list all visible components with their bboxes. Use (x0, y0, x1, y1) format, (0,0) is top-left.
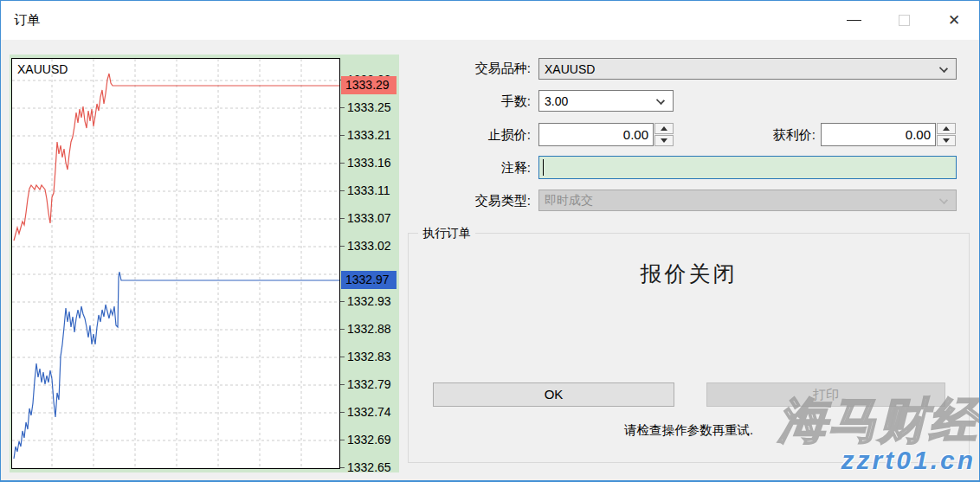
symbol-label: 交易品种: (416, 61, 531, 77)
arrow-up-icon (943, 126, 950, 131)
maximize-button (879, 1, 929, 40)
title-bar: 订单 ✕ (1, 1, 979, 40)
tick-chart: XAUUSD (11, 58, 340, 469)
order-type-select: 即时成交 (538, 190, 957, 211)
price-tick-mark (340, 467, 345, 468)
stoploss-input[interactable]: 0.00 (538, 123, 654, 146)
price-tick-label: 1332.65 (347, 460, 391, 474)
price-tick-label: 1333.21 (347, 128, 391, 142)
symbol-select-value: XAUUSD (545, 62, 595, 76)
price-tick-label: 1332.83 (347, 350, 391, 363)
tick-chart-canvas (12, 59, 339, 468)
price-tick-label: 1332.69 (347, 433, 391, 447)
price-tick-mark (340, 412, 345, 413)
takeprofit-label: 获利价: (701, 127, 816, 144)
text-caret (543, 159, 544, 176)
chevron-down-icon (939, 196, 948, 204)
price-tick-label: 1332.93 (347, 294, 391, 308)
ask-price-badge: 1333.29 (341, 76, 397, 94)
price-tick-label: 1333.07 (347, 211, 391, 225)
price-scale-panel: XAUUSD 1333.331333.251333.211333.161333.… (10, 55, 399, 472)
chart-symbol-label: XAUUSD (17, 62, 68, 76)
minimize-button[interactable] (828, 1, 879, 40)
price-tick-mark (340, 384, 345, 385)
comment-label: 注释: (416, 160, 531, 177)
comment-input[interactable] (538, 156, 957, 179)
watermark-text: 海马财经 (778, 389, 979, 454)
volume-label: 手数: (416, 93, 531, 110)
price-tick-label: 1333.02 (347, 239, 391, 253)
window-title: 订单 (14, 12, 40, 29)
chevron-down-icon (656, 96, 665, 105)
ok-button[interactable]: OK (433, 382, 674, 407)
price-tick-mark (340, 357, 345, 357)
order-dialog-window: 订单 ✕ XAUUSD 1333.331333.251333.211333.16… (0, 0, 980, 482)
price-tick-mark (340, 440, 345, 440)
price-tick-label: 1333.11 (347, 183, 390, 197)
takeprofit-spinner: 0.00 (821, 123, 956, 146)
watermark-url: zzrt01.cn (841, 446, 976, 475)
arrow-down-icon (661, 138, 667, 143)
minimize-icon (847, 20, 861, 21)
price-tick-mark (340, 301, 345, 302)
quotes-closed-message: 报价关闭 (409, 260, 969, 288)
bid-price-badge: 1332.97 (341, 271, 397, 289)
takeprofit-input[interactable]: 0.00 (821, 123, 936, 146)
price-tick-mark (340, 329, 345, 330)
price-tick-mark (340, 246, 345, 247)
price-tick-label: 1332.74 (347, 405, 391, 419)
close-icon: ✕ (948, 13, 960, 28)
order-type-label: 交易类型: (416, 193, 531, 209)
stoploss-decrement-button[interactable] (654, 135, 674, 146)
volume-select-value: 3.00 (545, 94, 568, 108)
arrow-down-icon (943, 138, 950, 143)
symbol-select[interactable]: XAUUSD (538, 58, 957, 80)
price-tick-label: 1332.79 (347, 377, 391, 391)
takeprofit-decrement-button[interactable] (937, 135, 956, 146)
arrow-up-icon (661, 126, 667, 131)
volume-select[interactable]: 3.00 (538, 90, 674, 112)
price-tick-label: 1332.88 (347, 322, 391, 336)
price-tick-mark (340, 107, 345, 108)
price-tick-mark (340, 218, 345, 219)
stoploss-spinner: 0.00 (538, 123, 674, 146)
takeprofit-increment-button[interactable] (937, 123, 956, 134)
close-button[interactable]: ✕ (929, 1, 979, 40)
price-tick-mark (340, 190, 345, 191)
stoploss-label: 止损价: (416, 127, 531, 144)
maximize-icon (899, 15, 910, 26)
chevron-down-icon (939, 64, 948, 73)
stoploss-increment-button[interactable] (654, 123, 674, 134)
order-type-select-value: 即时成交 (545, 193, 593, 209)
execute-order-group-title: 执行订单 (418, 226, 475, 241)
price-tick-mark (340, 135, 345, 136)
price-tick-label: 1333.16 (347, 156, 391, 170)
price-tick-label: 1333.25 (347, 100, 391, 114)
price-tick-mark (340, 163, 345, 164)
